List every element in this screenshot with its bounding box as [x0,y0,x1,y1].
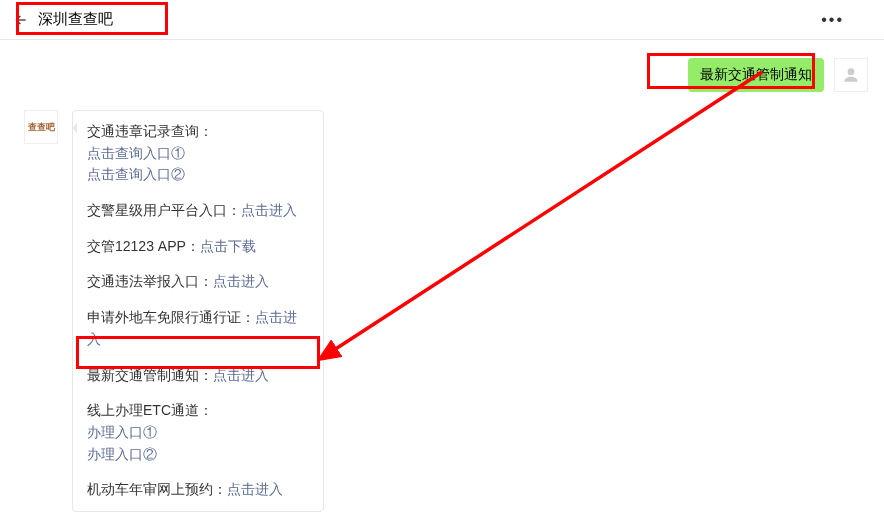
section-report: 交通违法举报入口：点击进入 [87,271,309,293]
link-enter[interactable]: 点击进入 [213,273,269,289]
chat-title: 深圳查查吧 [38,10,113,29]
label: 交管12123 APP： [87,238,200,254]
section-traffic-control: 最新交通管制通知：点击进入 [87,365,309,387]
bot-message-row: 查查吧 交通违章记录查询： 点击查询入口① 点击查询入口② 交警星级用户平台入口… [16,110,868,512]
label: 线上办理ETC通道： [87,402,213,418]
section-etc: 线上办理ETC通道： 办理入口① 办理入口② [87,400,309,465]
link-enter[interactable]: 点击进入 [241,202,297,218]
section-app: 交管12123 APP：点击下载 [87,236,309,258]
link-etc-2[interactable]: 办理入口② [87,444,309,466]
chat-header: 深圳查查吧 ••• [0,0,884,40]
link-etc-1[interactable]: 办理入口① [87,422,309,444]
section-permit: 申请外地车免限行通行证：点击进入 [87,307,309,350]
user-message-row: 最新交通管制通知 [16,58,868,92]
link-query-1[interactable]: 点击查询入口① [87,143,309,165]
link-download[interactable]: 点击下载 [200,238,256,254]
label: 申请外地车免限行通行证： [87,309,255,325]
label: 机动车年审网上预约： [87,481,227,497]
bot-avatar[interactable]: 查查吧 [24,110,58,144]
back-icon[interactable] [12,11,30,29]
chat-area: 最新交通管制通知 查查吧 交通违章记录查询： 点击查询入口① 点击查询入口② 交… [0,40,884,520]
bot-message-bubble: 交通违章记录查询： 点击查询入口① 点击查询入口② 交警星级用户平台入口：点击进… [72,110,324,512]
label: 交通违法举报入口： [87,273,213,289]
link-query-2[interactable]: 点击查询入口② [87,164,309,186]
link-enter[interactable]: 点击进入 [213,367,269,383]
label: 交通违章记录查询： [87,123,213,139]
section-annual: 机动车年审网上预约：点击进入 [87,479,309,501]
section-star-user: 交警星级用户平台入口：点击进入 [87,200,309,222]
svg-point-0 [848,68,855,75]
label: 交警星级用户平台入口： [87,202,241,218]
link-enter[interactable]: 点击进入 [227,481,283,497]
label: 最新交通管制通知： [87,367,213,383]
user-avatar[interactable] [834,58,868,92]
user-message-bubble: 最新交通管制通知 [688,58,824,92]
more-icon[interactable]: ••• [821,11,844,29]
section-violation-query: 交通违章记录查询： 点击查询入口① 点击查询入口② [87,121,309,186]
